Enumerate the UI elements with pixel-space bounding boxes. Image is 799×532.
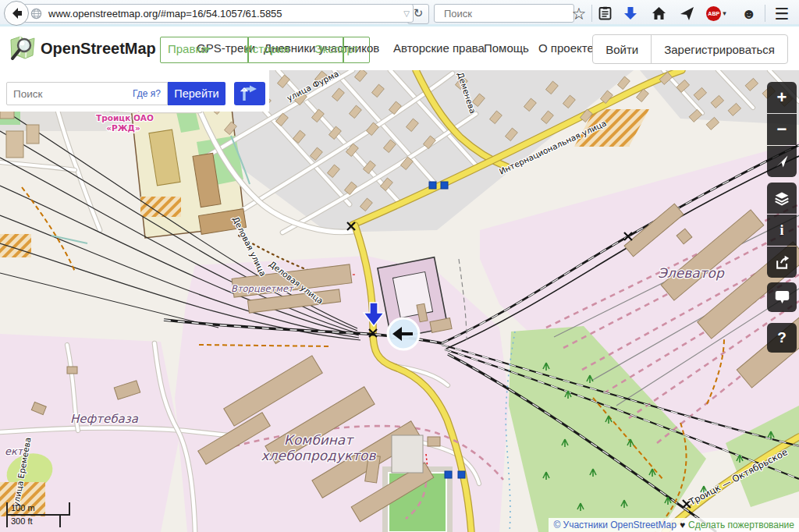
go-button[interactable]: Перейти <box>168 82 225 105</box>
donate-link[interactable]: Сделать пожертвование <box>688 520 794 530</box>
osm-header: OpenStreetMap GPS-треки Дневники участни… <box>0 27 799 71</box>
osm-logo-icon <box>9 35 36 62</box>
scale-control: 100 m 300 ft <box>6 502 70 527</box>
home-icon[interactable] <box>648 0 669 27</box>
bookmarks-library-icon[interactable] <box>594 0 616 27</box>
scale-imperial: 300 ft <box>6 516 61 527</box>
nav-about[interactable]: О проекте <box>538 27 594 70</box>
adblock-icon[interactable]: ABP ▾ <box>703 0 730 27</box>
map-search-input[interactable] <box>7 88 133 100</box>
copyright-symbol: © <box>553 520 560 530</box>
directions-icon <box>240 85 259 102</box>
layers-icon <box>774 190 790 206</box>
scale-metric: 100 m <box>6 502 70 516</box>
menu-icon[interactable]: ☰ <box>771 0 793 27</box>
login-button[interactable]: Войти <box>593 35 651 63</box>
locate-arrow-icon <box>774 154 790 169</box>
browser-search-input[interactable] <box>442 7 583 20</box>
toolbar-separator <box>591 5 592 22</box>
locate-button[interactable] <box>767 146 797 177</box>
label-kombinat-2: хлебопродуктов <box>261 448 377 463</box>
tab-edit[interactable]: Правка <box>168 37 208 62</box>
globe-icon <box>30 8 42 20</box>
edit-caret-icon: ▾ <box>206 37 210 62</box>
toolbar-separator <box>765 5 765 22</box>
zoom-out-button[interactable]: − <box>767 114 797 145</box>
auth-buttons: Войти Зарегистрироваться <box>592 34 788 64</box>
label-kombinat-1: Комбинат <box>284 432 354 448</box>
browser-back-button[interactable] <box>4 1 29 26</box>
label-vtortsvetmet: Вторцветмет <box>231 283 294 294</box>
back-arrow-icon <box>9 6 23 20</box>
map-marker-left-arrow-icon <box>388 318 419 349</box>
zoom-in-button[interactable]: + <box>767 82 797 113</box>
contributors-link[interactable]: Участники OpenStreetMap <box>563 520 676 530</box>
label-elevator: Элеватор <box>658 265 725 281</box>
nav-copyright[interactable]: Авторские права <box>393 27 485 70</box>
map-search-box[interactable]: Где я? <box>6 82 168 105</box>
adblock-caret-icon: ▾ <box>723 9 726 17</box>
nav-help[interactable]: Помощь <box>484 27 529 70</box>
tab-export[interactable]: Экспорт <box>314 37 358 62</box>
emoji-extension-icon[interactable]: ☻ <box>738 0 760 27</box>
screen: ▽ ↻ ☆ ABP ▾ ☻ <box>0 0 799 532</box>
help-button[interactable]: ? <box>767 323 797 353</box>
signup-button[interactable]: Зарегистрироваться <box>651 35 787 63</box>
label-station-2: Троицк ОАО <box>96 113 154 122</box>
url-dropdown-icon[interactable]: ▽ <box>403 9 410 18</box>
browser-search-field[interactable] <box>434 4 574 23</box>
url-input[interactable] <box>47 7 400 20</box>
label-station-3: «РЖД» <box>106 123 140 133</box>
downloads-icon[interactable] <box>620 0 641 27</box>
bookmark-star-icon[interactable]: ☆ <box>568 0 590 27</box>
browser-url-bar[interactable]: ▽ <box>23 4 414 23</box>
map-note-button[interactable] <box>767 282 797 312</box>
where-am-i-link[interactable]: Где я? <box>133 88 167 99</box>
heart-icon: ♥ <box>680 520 685 530</box>
layers-button[interactable] <box>767 183 797 214</box>
share-button[interactable] <box>767 246 797 278</box>
send-tab-icon[interactable] <box>676 0 698 27</box>
map[interactable]: Вторцветмет Элеватор Нефтебаза Комбинат … <box>0 70 799 532</box>
map-data-button[interactable]: i <box>767 215 797 246</box>
browser-toolbar: ▽ ↻ ☆ ABP ▾ ☻ <box>0 0 799 27</box>
brand-title: OpenStreetMap <box>41 27 156 70</box>
share-icon <box>775 255 790 270</box>
map-attribution: © Участники OpenStreetMap ♥ Сделать поже… <box>549 518 799 532</box>
tab-history[interactable]: История <box>244 37 289 62</box>
label-neftebaza: Нефтебаза <box>70 412 139 426</box>
directions-button[interactable] <box>234 82 265 105</box>
note-bubble-icon <box>775 290 790 304</box>
